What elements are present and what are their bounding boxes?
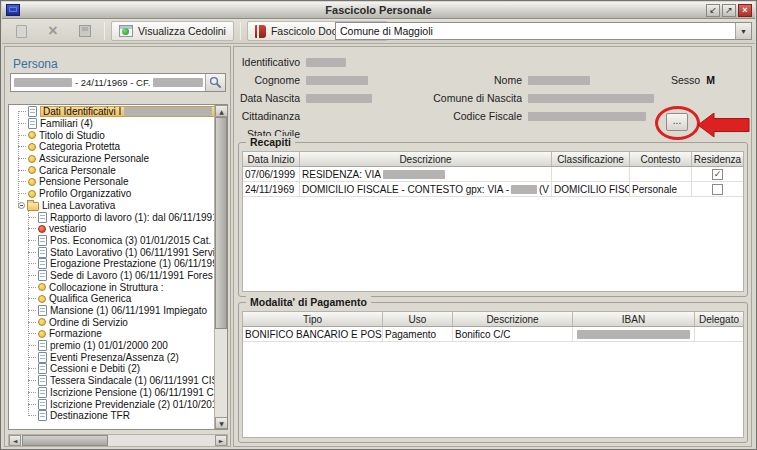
bullet-yellow-icon (38, 330, 46, 338)
visualizza-cedolini-button[interactable]: Visualizza Cedolini (111, 21, 234, 41)
tree-item[interactable]: Formazione (9, 328, 214, 340)
pagamento-groupbox: Modalita' di Pagamento TipoUsoDescrizion… (238, 302, 748, 443)
document-icon (38, 258, 47, 269)
tree-connector (28, 217, 36, 218)
tree-item[interactable]: Collocazione in Struttura : (9, 281, 214, 293)
tree-connector (28, 310, 36, 311)
tree-expander-icon[interactable] (18, 202, 25, 209)
persona-search-input[interactable]: - 24/11/1969 - CF. (10, 73, 226, 92)
tree-connector (28, 252, 36, 253)
recapiti-checkbox[interactable] (712, 184, 723, 195)
pagamento-column-header[interactable]: Descrizione (453, 312, 573, 326)
tree-item[interactable]: Pos. Economica (3) 01/01/2015 Cat. B - P… (9, 235, 214, 247)
tree-item[interactable]: Stato Lavorativo (1) 06/11/1991 Servizio… (9, 246, 214, 258)
minimize-button[interactable]: ↙ (706, 4, 720, 17)
tree-item[interactable]: Rapporto di lavoro (1): dal 06/11/1991 7… (9, 211, 214, 223)
red-book-icon (255, 25, 266, 38)
tree-item[interactable]: Linea Lavorativa (9, 200, 214, 212)
bullet-yellow-icon (38, 283, 46, 291)
tree-item-label: Iscrizione Pensione (1) 06/11/1991 CPDEL… (50, 387, 214, 398)
document-icon (38, 212, 47, 223)
tree-item[interactable]: premio (1) 01/01/2000 200 (9, 340, 214, 352)
tree-item[interactable]: Qualifica Generica (9, 293, 214, 305)
nome-value-redacted (528, 76, 590, 85)
scroll-down-icon[interactable]: ▼ (215, 417, 228, 429)
scroll-up-icon[interactable]: ▲ (215, 105, 228, 117)
tree-item-label: Categoria Protetta (39, 141, 120, 152)
new-document-icon (16, 25, 27, 38)
recapiti-cell: ✓ (692, 167, 744, 181)
company-dropdown[interactable]: Comune di Maggioli ▼ (335, 22, 752, 40)
tree-item[interactable]: Iscrizione Pensione (1) 06/11/1991 CPDEL… (9, 387, 214, 399)
tree-item[interactable]: vestiario (9, 223, 214, 235)
toolbar: × Visualizza Cedolini Fascicolo Document… (2, 19, 755, 44)
tree-connector (28, 298, 36, 299)
search-button[interactable] (205, 74, 225, 91)
tree-item[interactable]: Erogazione Prestazione (1) 06/11/1991 Fu… (9, 258, 214, 270)
pagamento-column-header[interactable]: Uso (383, 312, 453, 326)
new-document-button[interactable] (8, 21, 34, 42)
tree-item[interactable]: Assicurazione Personale (9, 153, 214, 165)
scroll-left-icon[interactable]: ◄ (9, 435, 21, 446)
recapiti-table-row[interactable]: 07/06/1999RESIDENZA: VIA ✓ (243, 167, 743, 182)
tree-item-label: Carica Personale (39, 165, 116, 176)
pagamento-column-header[interactable]: IBAN (573, 312, 695, 326)
tree-item[interactable]: Pensione Personale (9, 176, 214, 188)
scroll-right-icon[interactable]: ► (215, 435, 227, 446)
company-dropdown-value: Comune di Maggioli (336, 25, 735, 37)
tree-item[interactable]: Dati Identificativi I24/11/1969 (9, 106, 214, 118)
recapiti-table-row[interactable]: 24/11/1969DOMICILIO FISCALE - CONTESTO g… (243, 182, 743, 197)
tree-item[interactable]: Mansione (1) 06/11/1991 Impiegato (9, 305, 214, 317)
tree-connector (28, 240, 36, 241)
recapiti-checkbox[interactable]: ✓ (712, 169, 723, 180)
tree-connector (28, 368, 36, 369)
bullet-yellow-icon (28, 178, 36, 186)
tree-connector (18, 158, 26, 159)
tree-item[interactable]: Sede di Lavoro (1) 06/11/1991 Fores (9, 270, 214, 282)
recapiti-cell (552, 167, 630, 181)
redacted-codice-fiscale (153, 78, 203, 87)
tree-vertical-scrollbar[interactable]: ▲ ▼ (214, 105, 227, 429)
tree-connector (28, 287, 36, 288)
document-icon (38, 399, 47, 410)
save-floppy-icon (79, 25, 91, 37)
recapiti-cell: DOMICILIO FISCALE - CONTESTO gpx: VIA - … (300, 182, 552, 196)
tree-item[interactable]: Familiari (4) (9, 118, 214, 130)
tree-horizontal-scrollbar[interactable]: ◄ ► (8, 434, 228, 447)
recapiti-cell (630, 167, 692, 181)
tree-connector (28, 415, 36, 416)
tree-item[interactable]: Tessera Sindacale (1) 06/11/1991 CISL (9, 375, 214, 387)
pagamento-table-row[interactable]: BONIFICO BANCARIO E POSTALE [5]Pagamento… (243, 327, 743, 342)
tree-item[interactable]: Profilo Organizzativo (9, 188, 214, 200)
recapiti-column-header[interactable]: Residenza (692, 152, 744, 166)
bullet-yellow-icon (28, 143, 36, 151)
close-button[interactable]: × (738, 4, 752, 17)
tree-item-label: vestiario (49, 223, 86, 234)
recapiti-column-header[interactable]: Descrizione (300, 152, 552, 166)
tree-item[interactable]: Eventi Presenza/Assenza (2) (9, 351, 214, 363)
save-button[interactable] (72, 21, 98, 42)
recapiti-column-header[interactable]: Classificazione (552, 152, 630, 166)
tree-item[interactable]: Titolo di Studio (9, 129, 214, 141)
persona-section-label: Persona (13, 57, 58, 71)
recapiti-column-header[interactable]: Contesto (630, 152, 692, 166)
pagamento-column-header[interactable]: Tipo (243, 312, 383, 326)
tree-item[interactable]: Carica Personale (9, 164, 214, 176)
window-title: Fascicolo Personale (2, 4, 755, 16)
scrollbar-thumb[interactable] (22, 435, 108, 446)
tree-item[interactable]: Iscrizione Previdenziale (2) 01/10/2015 … (9, 398, 214, 410)
tree-item-label: Assicurazione Personale (39, 153, 149, 164)
recapiti-column-header[interactable]: Data Inizio (243, 152, 300, 166)
scrollbar-thumb[interactable] (215, 117, 227, 329)
tree-item-label: Mansione (1) 06/11/1991 Impiegato (50, 305, 207, 316)
tree-item[interactable]: Ordine di Servizio (9, 316, 214, 328)
tree-item[interactable]: Categoria Protetta (9, 141, 214, 153)
codice-fiscale-label: Codice Fiscale (384, 110, 522, 122)
delete-button[interactable]: × (40, 21, 66, 42)
more-options-button[interactable]: ... (666, 113, 688, 131)
tree-item[interactable]: Destinazione TFR (9, 410, 214, 422)
maximize-button[interactable]: ↗ (722, 4, 736, 17)
tree-item[interactable]: Cessioni e Debiti (2) (9, 363, 214, 375)
chevron-down-icon[interactable]: ▼ (735, 23, 751, 39)
pagamento-column-header[interactable]: Delegato (695, 312, 744, 326)
